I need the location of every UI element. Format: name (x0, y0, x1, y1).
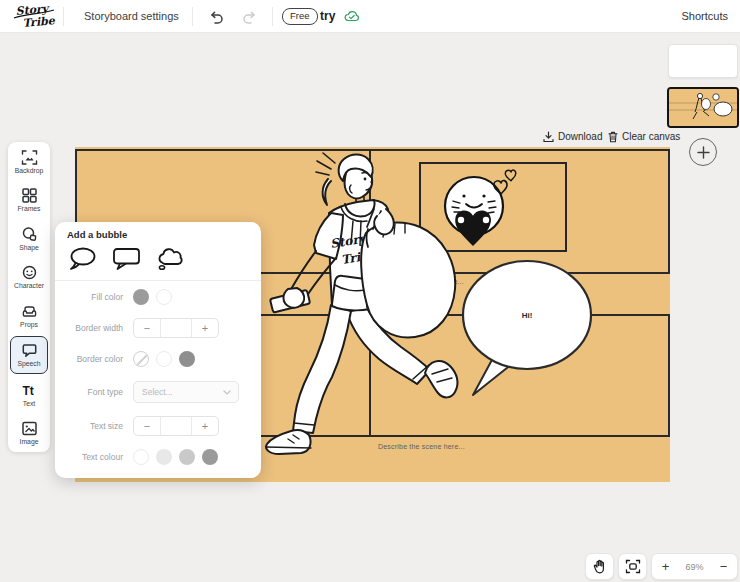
oval-bubble-icon (69, 247, 99, 271)
download-button[interactable]: Download (543, 129, 602, 144)
plus-icon (697, 146, 710, 159)
fill-swatch-white[interactable] (156, 289, 172, 305)
text-swatch-darkgray[interactable] (202, 449, 218, 465)
font-type-label: Font type (55, 381, 123, 403)
sidebar-item-shape[interactable]: Shape (10, 220, 48, 257)
sidebar-label: Backdrop (15, 167, 44, 174)
divider (63, 7, 64, 26)
border-swatch-white[interactable] (156, 351, 172, 367)
zoom-out-button[interactable]: − (710, 559, 737, 574)
rect-bubble-icon (112, 247, 142, 271)
sidebar-label: Frames (17, 205, 40, 212)
speech-bubble[interactable]: Hi! (460, 255, 600, 400)
sidebar-label: Speech (17, 360, 40, 367)
download-icon (543, 131, 554, 143)
undo-icon (209, 10, 224, 24)
sidebar-label: Image (20, 438, 39, 445)
rect-bubble-button[interactable] (110, 246, 144, 272)
character-illustration[interactable]: Story Tribe (255, 147, 470, 462)
props-icon (21, 303, 38, 320)
speech-bubble-text: Hi! (522, 311, 533, 320)
trash-icon (608, 131, 618, 143)
top-bar: Story Tribe Storyboard settings Free try… (0, 0, 740, 33)
text-icon: Tt (21, 382, 38, 399)
page-thumbnail-1[interactable] (668, 44, 738, 78)
border-width-stepper: − + (133, 318, 219, 338)
svg-text:Tt: Tt (22, 383, 33, 397)
fit-screen-icon (625, 559, 641, 574)
text-swatch-lightgray[interactable] (156, 449, 172, 465)
sidebar-item-speech[interactable]: Speech (10, 336, 48, 375)
undo-button[interactable] (206, 7, 226, 27)
redo-button[interactable] (239, 7, 259, 27)
text-size-value[interactable] (160, 417, 192, 435)
text-size-stepper: − + (133, 416, 219, 436)
border-width-label: Border width (55, 318, 123, 338)
thumbnail-scene-preview (669, 89, 737, 126)
text-colour-label: Text colour (55, 449, 123, 465)
border-width-value[interactable] (160, 319, 192, 337)
download-label: Download (558, 131, 602, 142)
zoom-percent: 69% (679, 562, 710, 572)
redo-icon (242, 10, 257, 24)
chevron-down-icon (223, 390, 231, 395)
fill-swatch-gray[interactable] (133, 289, 149, 305)
fit-to-screen-button[interactable] (618, 553, 647, 580)
divider (272, 7, 273, 26)
sidebar-label: Shape (19, 244, 39, 251)
fill-color-label: Fill color (55, 289, 123, 305)
text-size-label: Text size (55, 416, 123, 436)
app-logo[interactable]: Story Tribe (10, 3, 62, 31)
sidebar-label: Text (23, 400, 35, 407)
font-type-select[interactable]: Select... (133, 381, 239, 403)
cloud-bubble-icon (154, 247, 186, 271)
sidebar-label: Character (14, 282, 44, 289)
frames-icon (21, 187, 38, 204)
tools-sidebar: Backdrop Frames Shape Character Props (8, 142, 50, 452)
shortcuts-link[interactable]: Shortcuts (682, 0, 728, 33)
pan-tool-button[interactable] (585, 553, 614, 580)
font-type-placeholder: Select... (142, 387, 173, 397)
zoom-controls: + 69% − (651, 553, 738, 580)
clear-canvas-label: Clear canvas (622, 131, 680, 142)
image-icon (21, 420, 38, 437)
backdrop-icon (21, 149, 38, 166)
sidebar-item-image[interactable]: Image (10, 415, 48, 452)
sidebar-item-frames[interactable]: Frames (10, 182, 48, 219)
shape-icon (21, 226, 38, 243)
panel-title: Add a bubble (67, 229, 127, 240)
sidebar-item-backdrop[interactable]: Backdrop (10, 143, 48, 180)
add-bubble-panel: Add a bubble Fill color (55, 222, 261, 478)
cloud-saved-icon (344, 10, 360, 23)
sidebar-item-props[interactable]: Props (10, 297, 48, 334)
divider (192, 7, 193, 26)
cloud-bubble-button[interactable] (153, 246, 187, 272)
text-swatch-midgray[interactable] (179, 449, 195, 465)
project-name[interactable]: try (320, 0, 335, 33)
page-title: Storyboard settings (84, 0, 179, 33)
clear-canvas-button[interactable]: Clear canvas (608, 129, 680, 144)
plan-badge: Free (282, 8, 318, 25)
sidebar-item-text[interactable]: Tt Text (10, 376, 48, 413)
page-thumbnail-2-selected[interactable] (667, 87, 739, 128)
text-swatch-white[interactable] (133, 449, 149, 465)
sidebar-item-character[interactable]: Character (10, 259, 48, 296)
border-swatch-none[interactable] (133, 351, 149, 367)
text-size-decrease-button[interactable]: − (134, 417, 160, 435)
hand-icon (592, 559, 607, 574)
text-size-increase-button[interactable]: + (192, 417, 218, 435)
border-swatch-gray[interactable] (179, 351, 195, 367)
border-color-label: Border color (55, 351, 123, 367)
speech-icon (21, 342, 38, 359)
add-page-button[interactable] (689, 138, 717, 166)
border-width-decrease-button[interactable]: − (134, 319, 160, 337)
logo-line2: Tribe (22, 14, 56, 30)
character-icon (21, 264, 38, 281)
panel-divider (55, 280, 261, 281)
border-width-increase-button[interactable]: + (192, 319, 218, 337)
oval-bubble-button[interactable] (67, 246, 101, 272)
sidebar-label: Props (20, 321, 38, 328)
zoom-in-button[interactable]: + (652, 559, 679, 574)
